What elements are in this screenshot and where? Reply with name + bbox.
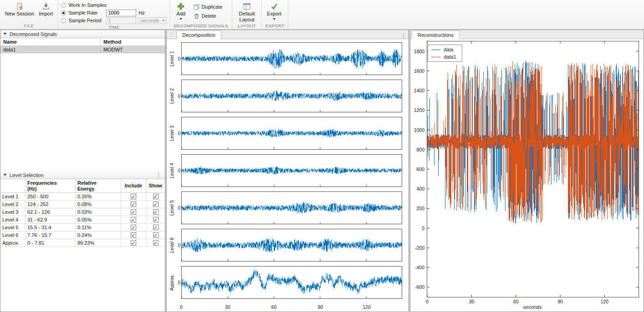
- subplot-axes[interactable]: [181, 266, 402, 299]
- level-show-cell: ✓: [146, 208, 165, 216]
- subplot-axes[interactable]: [181, 154, 402, 187]
- legend-line-sample: [431, 50, 440, 50]
- show-checkbox[interactable]: ✓: [153, 217, 158, 222]
- panel-grip-icon[interactable]: ⋮: [168, 31, 175, 37]
- new-session-button[interactable]: New Session: [3, 1, 36, 17]
- subplot-ytick-label: 0: [175, 266, 181, 299]
- subplot-canvas: [182, 43, 402, 75]
- level-table-body: Level 1250 - 5000.26%✓✓Level 2124 - 2520…: [0, 193, 165, 247]
- level-energy-cell: 0.24%: [76, 231, 121, 239]
- include-checkbox[interactable]: ✓: [131, 217, 136, 222]
- sample-period-radio[interactable]: [61, 18, 66, 23]
- include-checkbox[interactable]: ✓: [131, 209, 136, 215]
- reconstructions-tabbar: Reconstructions: [410, 30, 644, 39]
- recon-ytick-label: 1600: [410, 68, 424, 74]
- show-checkbox[interactable]: ✓: [153, 194, 158, 199]
- import-button[interactable]: Import: [36, 1, 55, 17]
- sample-rate-label: Sample Rate: [68, 10, 104, 15]
- reconstructions-plot-area: datadata1 180016001400120010008006004002…: [410, 39, 644, 312]
- tab-decomposition[interactable]: Decomposition: [176, 30, 221, 39]
- signal-row[interactable]: data1MODWT: [0, 46, 165, 53]
- layout-section-label: LAYOUT: [235, 23, 259, 29]
- include-checkbox[interactable]: ✓: [131, 194, 136, 199]
- sample-period-unit-value: seconds: [140, 18, 159, 23]
- level-row: Level 2124 - 2520.08%✓✓: [0, 201, 165, 208]
- recon-ytick-label: -200: [410, 245, 424, 251]
- subplot-axes[interactable]: [181, 80, 402, 112]
- recon-xtick-label: 60: [513, 299, 519, 304]
- new-session-label: New Session: [5, 11, 34, 17]
- sample-period-unit-dropdown: seconds: [138, 17, 167, 24]
- delete-button[interactable]: Delete: [191, 12, 225, 20]
- level-column-header-label: Relative Energy: [77, 180, 110, 191]
- include-checkbox[interactable]: ✓: [131, 225, 136, 230]
- subplot-ylabel: Level 1: [169, 42, 175, 75]
- show-checkbox[interactable]: ✓: [153, 225, 158, 230]
- include-checkbox[interactable]: ✓: [131, 240, 136, 246]
- signals-column-name[interactable]: Name: [0, 38, 101, 45]
- level-show-cell: ✓: [146, 239, 165, 247]
- recon-ytick-label: 400: [410, 186, 424, 191]
- subplot-canvas: [182, 117, 402, 149]
- level-column-header[interactable]: Relative Energy: [76, 179, 121, 192]
- level-energy-cell: 0.08%: [76, 201, 121, 208]
- file-section: New Session Import FILE: [0, 0, 58, 29]
- show-checkbox[interactable]: ✓: [153, 201, 158, 207]
- decomposed-signals-section-label: DECOMPOSED SIGNALS: [173, 23, 229, 29]
- subplot-ylabel: Level 6: [169, 229, 175, 262]
- subplot-axes[interactable]: [181, 229, 402, 262]
- level-frequencies-cell: 7.76 - 15.7: [26, 231, 76, 239]
- recon-legend[interactable]: datadata1: [428, 45, 462, 62]
- work-in-samples-radio[interactable]: [61, 3, 66, 8]
- level-row: Level 515.5 - 31.40.11%✓✓: [0, 224, 165, 231]
- level-label-cell: Level 2: [0, 201, 26, 208]
- include-checkbox[interactable]: ✓: [131, 232, 136, 238]
- level-column-header[interactable]: Show: [146, 179, 165, 192]
- reconstructions-axes[interactable]: [427, 41, 639, 297]
- export-button[interactable]: Export: [265, 1, 284, 21]
- import-label: Import: [39, 11, 53, 17]
- show-checkbox[interactable]: ✓: [153, 209, 158, 215]
- default-layout-icon: [243, 2, 251, 10]
- reconstructions-canvas: [427, 41, 639, 297]
- level-column-header[interactable]: [0, 179, 26, 192]
- signals-column-method[interactable]: Method: [101, 38, 165, 45]
- add-button[interactable]: Add: [173, 1, 189, 21]
- chevron-down-icon: [162, 20, 165, 23]
- default-layout-button[interactable]: Default Layout: [235, 1, 259, 22]
- subplot-ytick-label: 0: [175, 229, 181, 262]
- sample-rate-input[interactable]: [106, 10, 136, 16]
- left-panel-filler: [0, 247, 165, 312]
- level-energy-cell: 99.23%: [76, 239, 121, 247]
- level-include-cell: ✓: [121, 216, 146, 223]
- level-frequencies-cell: 15.5 - 31.4: [26, 224, 76, 231]
- duplicate-label: Duplicate: [201, 4, 222, 10]
- level-column-header[interactable]: Frequencies (Hz): [26, 179, 76, 192]
- decomposed-signals-panel-title: Decomposed Signals: [10, 31, 57, 37]
- decomposition-xticks: 0306090120: [181, 303, 402, 311]
- subplot-ytick-label: 0: [175, 154, 181, 187]
- recon-xtick-label: 90: [557, 299, 563, 304]
- level-selection-panel-title: Level Selection: [10, 172, 44, 178]
- decomposition-subplot-5: Level 50: [169, 191, 402, 224]
- legend-line-sample: [431, 57, 440, 57]
- collapse-icon[interactable]: [3, 174, 7, 176]
- level-energy-cell: 0.26%: [76, 193, 121, 200]
- subplot-axes[interactable]: [181, 117, 402, 150]
- level-frequencies-cell: 250 - 500: [26, 193, 76, 200]
- tab-reconstructions[interactable]: Reconstructions: [412, 30, 460, 39]
- level-selection-menu-icon[interactable]: ⋮: [155, 172, 162, 178]
- include-checkbox[interactable]: ✓: [131, 201, 136, 207]
- decomposition-menu-icon[interactable]: ⋮: [400, 33, 407, 39]
- subplot-axes[interactable]: [181, 191, 402, 224]
- work-in-samples-row: Work In Samples: [61, 1, 107, 9]
- sample-rate-radio[interactable]: [61, 10, 66, 15]
- main-area: Decomposed Signals Name Method data1MODW…: [0, 30, 644, 312]
- show-checkbox[interactable]: ✓: [153, 240, 158, 246]
- show-checkbox[interactable]: ✓: [153, 232, 158, 238]
- subplot-axes[interactable]: [181, 42, 402, 75]
- duplicate-button[interactable]: Duplicate: [191, 3, 225, 11]
- collapse-icon[interactable]: [3, 33, 7, 35]
- signals-table-header: Name Method: [0, 38, 165, 46]
- level-column-header[interactable]: Include: [121, 179, 146, 192]
